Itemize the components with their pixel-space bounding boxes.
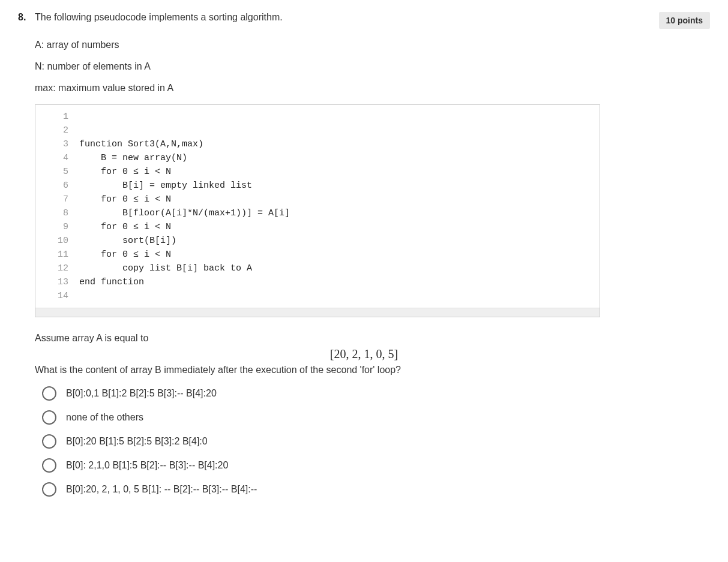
- definition-line: N: number of elements in A: [35, 61, 710, 72]
- code-line: 14: [35, 289, 600, 303]
- definition-line: A: array of numbers: [35, 40, 710, 50]
- option[interactable]: B[0]:20, 2, 1, 0, 5 B[1]: -- B[2]:-- B[3…: [42, 482, 710, 497]
- radio-icon[interactable]: [42, 482, 56, 497]
- code-line: 5 for 0 ≤ i < N: [35, 165, 600, 179]
- line-number: 9: [35, 220, 79, 234]
- line-number: 6: [35, 179, 79, 193]
- line-number: 11: [35, 248, 79, 262]
- line-number: 7: [35, 193, 79, 206]
- code-line: 3function Sort3(A,N,max): [35, 137, 600, 151]
- line-number: 13: [35, 275, 79, 289]
- code-line: 11 for 0 ≤ i < N: [35, 248, 600, 262]
- option[interactable]: B[0]: 2,1,0 B[1]:5 B[2]:-- B[3]:-- B[4]:…: [42, 458, 710, 473]
- line-number: 14: [35, 289, 79, 303]
- code-text: for 0 ≤ i < N: [79, 193, 171, 206]
- code-text: for 0 ≤ i < N: [79, 248, 171, 262]
- code-line: 8 B[floor(A[i]*N/(max+1))] = A[i]: [35, 206, 600, 220]
- radio-icon[interactable]: [42, 458, 56, 473]
- code-text: sort(B[i]): [79, 234, 176, 248]
- line-number: 1: [35, 110, 79, 124]
- code-line: 12 copy list B[i] back to A: [35, 262, 600, 275]
- code-line: 10 sort(B[i]): [35, 234, 600, 248]
- line-number: 4: [35, 151, 79, 165]
- code-line: 6 B[i] = empty linked list: [35, 179, 600, 193]
- array-display: [20, 2, 1, 0, 5]: [18, 347, 710, 361]
- code-block-footer: [35, 308, 600, 317]
- option[interactable]: B[0]:0,1 B[1]:2 B[2]:5 B[3]:-- B[4]:20: [42, 386, 710, 401]
- post-code-text-1: Assume array A is equal to: [35, 333, 710, 344]
- option-label: B[0]:20, 2, 1, 0, 5 B[1]: -- B[2]:-- B[3…: [66, 484, 257, 495]
- code-text: copy list B[i] back to A: [79, 262, 252, 275]
- definition-line: max: maximum value stored in A: [35, 83, 710, 94]
- code-line: 1: [35, 110, 600, 124]
- option-label: none of the others: [66, 412, 143, 423]
- radio-icon[interactable]: [42, 434, 56, 449]
- code-text: B[i] = empty linked list: [79, 179, 252, 193]
- option[interactable]: none of the others: [42, 410, 710, 425]
- option[interactable]: B[0]:20 B[1]:5 B[2]:5 B[3]:2 B[4]:0: [42, 434, 710, 449]
- code-text: function Sort3(A,N,max): [79, 137, 203, 151]
- options-list: B[0]:0,1 B[1]:2 B[2]:5 B[3]:-- B[4]:20no…: [42, 386, 710, 497]
- radio-icon[interactable]: [42, 386, 56, 401]
- code-line: 2: [35, 124, 600, 137]
- line-number: 3: [35, 137, 79, 151]
- question-header: 8. The following pseudocode implements a…: [18, 12, 710, 29]
- option-label: B[0]:20 B[1]:5 B[2]:5 B[3]:2 B[4]:0: [66, 436, 208, 447]
- points-badge: 10 points: [659, 12, 710, 29]
- radio-icon[interactable]: [42, 410, 56, 425]
- code-text: end function: [79, 275, 144, 289]
- code-text: for 0 ≤ i < N: [79, 165, 171, 179]
- code-block: 123function Sort3(A,N,max)4 B = new arra…: [35, 104, 600, 317]
- code-text: B = new array(N): [79, 151, 187, 165]
- code-line: 13end function: [35, 275, 600, 289]
- line-number: 2: [35, 124, 79, 137]
- code-line: 7 for 0 ≤ i < N: [35, 193, 600, 206]
- code-line: 4 B = new array(N): [35, 151, 600, 165]
- question-number: 8.: [18, 12, 35, 23]
- line-number: 10: [35, 234, 79, 248]
- code-text: for 0 ≤ i < N: [79, 220, 171, 234]
- post-code-text-2: What is the content of array B immediate…: [35, 365, 710, 375]
- line-number: 5: [35, 165, 79, 179]
- line-number: 8: [35, 206, 79, 220]
- option-label: B[0]: 2,1,0 B[1]:5 B[2]:-- B[3]:-- B[4]:…: [66, 460, 228, 471]
- question-intro: The following pseudocode implements a so…: [35, 12, 283, 23]
- code-line: 9 for 0 ≤ i < N: [35, 220, 600, 234]
- option-label: B[0]:0,1 B[1]:2 B[2]:5 B[3]:-- B[4]:20: [66, 388, 217, 399]
- line-number: 12: [35, 262, 79, 275]
- code-text: B[floor(A[i]*N/(max+1))] = A[i]: [79, 206, 290, 220]
